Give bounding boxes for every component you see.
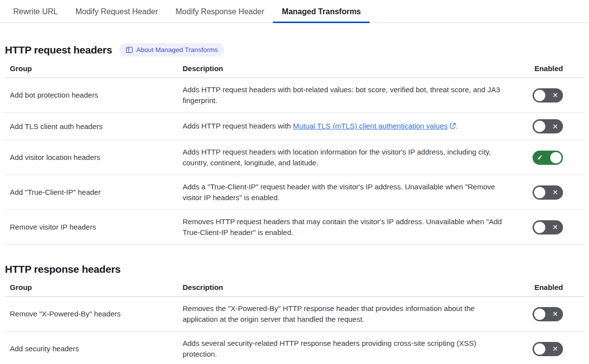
- external-link-icon: [450, 121, 456, 132]
- x-icon: ✕: [552, 224, 558, 231]
- tab-bar: Rewrite URL Modify Request Header Modify…: [0, 0, 589, 23]
- table-row: Add TLS client auth headers Adds HTTP re…: [5, 113, 584, 140]
- description-cell: Adds HTTP request headers with bot-relat…: [178, 78, 520, 113]
- column-header-description: Description: [178, 280, 520, 297]
- toggle-add-security-headers[interactable]: ✕ ✓: [533, 342, 563, 356]
- group-cell: Remove visitor IP headers: [5, 210, 178, 245]
- book-icon: [126, 47, 133, 53]
- response-headers-section-head: HTTP response headers: [5, 263, 584, 275]
- table-row: Add "True-Client-IP" header Adds a "True…: [5, 175, 584, 210]
- table-row: Add bot protection headers Adds HTTP req…: [5, 78, 584, 113]
- toggle-knob: [534, 343, 545, 355]
- table-row: Remove visitor IP headers Removes HTTP r…: [5, 210, 584, 245]
- toggle-knob: [534, 121, 545, 132]
- managed-transforms-panel: HTTP request headers About Managed Trans…: [0, 43, 589, 364]
- check-icon: ✓: [537, 154, 543, 161]
- description-cell: Adds HTTP request headers with Mutual TL…: [178, 113, 520, 140]
- description-text: Adds HTTP request headers with: [183, 122, 293, 130]
- mtls-docs-link[interactable]: Mutual TLS (mTLS) client authentication …: [293, 122, 448, 130]
- column-header-enabled: Enabled: [520, 61, 584, 78]
- group-cell: Add TLS client auth headers: [5, 113, 178, 140]
- description-cell: Removes the "X-Powered-By" HTTP response…: [178, 297, 520, 332]
- response-headers-title: HTTP response headers: [5, 263, 121, 275]
- table-row: Add visitor location headers Adds HTTP r…: [5, 140, 584, 175]
- description-cell: Adds HTTP request headers with location …: [178, 140, 520, 175]
- column-header-group: Group: [5, 280, 178, 297]
- toggle-knob: [534, 222, 545, 233]
- toggle-knob: [550, 152, 562, 163]
- column-header-description: Description: [178, 61, 520, 78]
- toggle-add-true-client-ip-header[interactable]: ✕ ✓: [533, 185, 563, 200]
- table-row: Add security headers Adds several securi…: [5, 332, 584, 364]
- column-header-enabled: Enabled: [520, 280, 584, 297]
- tab-modify-response-header[interactable]: Modify Response Header: [167, 0, 273, 23]
- x-icon: ✕: [552, 92, 558, 99]
- toggle-knob: [534, 90, 545, 101]
- x-icon: ✕: [552, 189, 558, 196]
- request-headers-section-head: HTTP request headers About Managed Trans…: [5, 43, 584, 56]
- about-managed-transforms-label: About Managed Transforms: [136, 46, 218, 53]
- description-text: .: [456, 122, 458, 130]
- toggle-remove-x-powered-by-headers[interactable]: ✕ ✓: [533, 307, 563, 321]
- group-cell: Add security headers: [5, 332, 178, 364]
- table-header-row: Group Description Enabled: [5, 61, 584, 78]
- x-icon: ✕: [552, 311, 558, 317]
- tab-rewrite-url[interactable]: Rewrite URL: [4, 0, 67, 23]
- toggle-add-visitor-location-headers[interactable]: ✕ ✓: [533, 151, 563, 165]
- table-header-row: Group Description Enabled: [5, 280, 584, 297]
- toggle-knob: [534, 309, 545, 320]
- group-cell: Add bot protection headers: [5, 78, 178, 113]
- request-headers-table: Group Description Enabled Add bot protec…: [5, 61, 584, 245]
- about-managed-transforms-badge[interactable]: About Managed Transforms: [119, 43, 225, 56]
- table-row: Remove "X-Powered-By" headers Removes th…: [5, 297, 584, 332]
- tab-managed-transforms[interactable]: Managed Transforms: [273, 0, 370, 23]
- group-cell: Remove "X-Powered-By" headers: [5, 297, 178, 332]
- column-header-group: Group: [5, 61, 178, 78]
- group-cell: Add visitor location headers: [5, 140, 178, 175]
- description-cell: Adds several security-related HTTP respo…: [178, 332, 520, 364]
- x-icon: ✕: [552, 345, 558, 352]
- toggle-knob: [534, 187, 545, 198]
- toggle-remove-visitor-ip-headers[interactable]: ✕ ✓: [533, 220, 563, 234]
- toggle-add-tls-client-auth-headers[interactable]: ✕ ✓: [533, 119, 563, 133]
- request-headers-title: HTTP request headers: [5, 44, 112, 56]
- group-cell: Add "True-Client-IP" header: [5, 175, 178, 210]
- description-cell: Adds a "True-Client-IP" request header w…: [178, 175, 520, 210]
- description-cell: Removes HTTP request headers that may co…: [178, 210, 520, 245]
- x-icon: ✕: [552, 123, 558, 130]
- tab-modify-request-header[interactable]: Modify Request Header: [67, 0, 167, 23]
- toggle-add-bot-protection-headers[interactable]: ✕ ✓: [533, 88, 563, 103]
- response-headers-table: Group Description Enabled Remove "X-Powe…: [5, 280, 584, 364]
